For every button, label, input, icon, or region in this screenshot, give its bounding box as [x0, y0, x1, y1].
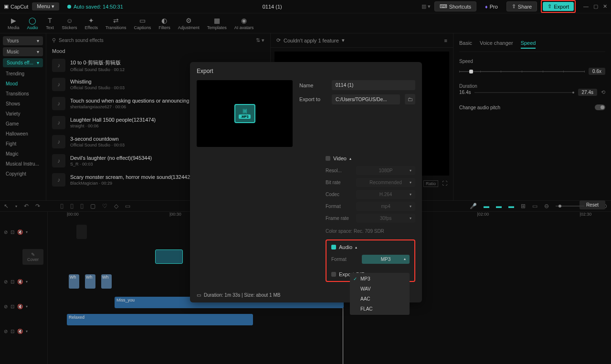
- preview-icon[interactable]: ▭: [532, 203, 537, 209]
- music-select[interactable]: Music▾: [3, 47, 43, 56]
- gif-checkbox[interactable]: [331, 272, 336, 277]
- snap-icon[interactable]: ⊞: [521, 203, 526, 209]
- reset-duration-icon[interactable]: ⟲: [601, 89, 605, 95]
- tool-stickers[interactable]: ☺Stickers: [58, 15, 81, 31]
- visible4-icon[interactable]: ⊡: [11, 329, 14, 334]
- tab-voice[interactable]: Voice changer: [480, 40, 513, 49]
- mute-icon[interactable]: 🔇: [17, 229, 23, 235]
- video-row-select[interactable]: 30fps: [356, 214, 415, 223]
- export-button[interactable]: ⇧ Export: [543, 2, 574, 11]
- video-row-select[interactable]: 1080P: [356, 166, 415, 175]
- video-clip[interactable]: [155, 250, 183, 264]
- mark2-icon[interactable]: ▬: [496, 203, 502, 209]
- visible-icon[interactable]: ⊡: [11, 229, 14, 235]
- tool-text[interactable]: TText: [42, 15, 58, 31]
- split2-icon[interactable]: ⌷: [70, 203, 74, 209]
- audio-clip-1[interactable]: Wh: [69, 274, 79, 289]
- sidebar-shows[interactable]: Shows: [3, 99, 43, 108]
- yours-select[interactable]: Yours▾: [3, 36, 43, 45]
- video-checkbox[interactable]: [326, 156, 330, 161]
- zoom-out-icon[interactable]: ⊖: [544, 203, 549, 209]
- duration-to[interactable]: 27.4s: [578, 89, 597, 96]
- sidebar-trending[interactable]: Trending: [3, 69, 43, 78]
- audio-format-select[interactable]: MP3: [362, 255, 410, 264]
- lock2-icon[interactable]: ⊘: [4, 279, 8, 284]
- sidebar-game[interactable]: Game: [3, 119, 43, 128]
- tool-audio[interactable]: ◯Audio: [23, 15, 42, 31]
- mute2-icon[interactable]: 🔇: [17, 279, 23, 284]
- lock3-icon[interactable]: ⊘: [4, 304, 8, 309]
- menu-icon[interactable]: ≡: [444, 38, 447, 43]
- reset-button[interactable]: Reset: [579, 200, 605, 209]
- tool-templates[interactable]: ▦Templates: [203, 15, 231, 31]
- tool-media[interactable]: ▶Media: [4, 15, 23, 31]
- audio-clip-2[interactable]: Wh: [85, 274, 95, 289]
- video-row-select[interactable]: Recommended: [356, 178, 415, 187]
- mic-icon[interactable]: 🎤: [470, 203, 477, 209]
- tool-captions[interactable]: ▭Captions: [130, 15, 155, 31]
- pointer-icon[interactable]: ↖: [4, 203, 9, 209]
- lock-icon[interactable]: ⊘: [4, 229, 8, 235]
- audio-clip-3[interactable]: Wh: [101, 274, 112, 289]
- delete-icon[interactable]: ▭: [125, 203, 130, 209]
- duration-slider[interactable]: [474, 92, 574, 93]
- video-row-select[interactable]: H.264: [356, 190, 415, 199]
- tab-basic[interactable]: Basic: [459, 40, 472, 49]
- minimize-icon[interactable]: —: [583, 3, 589, 10]
- tool-filters[interactable]: ◐Filters: [155, 15, 174, 31]
- ratio-button[interactable]: Ratio: [423, 180, 438, 187]
- audio-checkbox[interactable]: [331, 245, 336, 250]
- close-icon[interactable]: ✕: [603, 3, 607, 10]
- layout-icon[interactable]: ▥ ▾: [421, 3, 431, 10]
- visible2-icon[interactable]: ⊡: [11, 279, 14, 284]
- sidebar-variety[interactable]: Variety: [3, 109, 43, 118]
- sounds-select[interactable]: Sounds eff...▾: [3, 58, 43, 67]
- mute3-icon[interactable]: 🔇: [17, 304, 23, 309]
- tool-adjustment[interactable]: ⚙Adjustment: [174, 15, 203, 31]
- speed-slider[interactable]: [459, 71, 585, 72]
- pitch-toggle[interactable]: [595, 104, 605, 110]
- speed-value[interactable]: 0.6x: [589, 68, 605, 75]
- sidebar-magic[interactable]: Magic: [3, 149, 43, 158]
- video-row-select[interactable]: mp4: [356, 202, 415, 211]
- split3-icon[interactable]: ⌷: [80, 203, 84, 209]
- cover-button[interactable]: ✎ Cover: [22, 249, 43, 265]
- exportto-input[interactable]: [332, 94, 400, 104]
- zoom-slider[interactable]: [556, 206, 584, 207]
- visible3-icon[interactable]: ⊡: [11, 304, 14, 309]
- slider-handle[interactable]: [469, 70, 473, 73]
- placeholder-clip[interactable]: [76, 225, 87, 239]
- video-section-head[interactable]: Video ▴: [326, 151, 415, 166]
- chevron-down-icon[interactable]: ▾: [15, 204, 17, 208]
- mark1-icon[interactable]: ▬: [484, 203, 489, 209]
- option-mp3[interactable]: MP3: [350, 274, 410, 284]
- search-input[interactable]: [59, 38, 253, 43]
- mark3-icon[interactable]: ▬: [508, 203, 514, 209]
- tab-speed[interactable]: Speed: [521, 40, 536, 49]
- redo-icon[interactable]: ↷: [35, 203, 40, 209]
- maximize-icon[interactable]: ▢: [593, 3, 598, 10]
- sidebar-transitions[interactable]: Transitions: [3, 89, 43, 98]
- fullscreen-icon[interactable]: ⛶: [442, 180, 447, 187]
- audio-section-head[interactable]: Audio ▴: [331, 244, 410, 255]
- crop-icon[interactable]: ▢: [90, 203, 95, 209]
- lock4-icon[interactable]: ⊘: [4, 329, 8, 334]
- shortcuts-button[interactable]: ⌨ Shortcuts: [434, 1, 476, 11]
- share-button[interactable]: ⇪ Share: [506, 1, 537, 11]
- pro-button[interactable]: ♦ Pro: [480, 2, 503, 11]
- sidebar-fight[interactable]: Fight: [3, 139, 43, 148]
- audio-track-relaxed[interactable]: Relaxed: [67, 314, 253, 325]
- split-icon[interactable]: ⌷: [60, 203, 63, 209]
- name-input[interactable]: [332, 80, 415, 90]
- option-flac[interactable]: FLAC: [350, 304, 410, 314]
- sidebar-copyright[interactable]: Copyright: [3, 169, 43, 178]
- folder-button[interactable]: 🗀: [405, 94, 415, 104]
- undo-icon[interactable]: ↶: [24, 203, 29, 209]
- sort-icon[interactable]: ⇅ ▾: [256, 37, 264, 43]
- shield-icon[interactable]: ♡: [102, 203, 107, 209]
- sidebar-mood[interactable]: Mood: [3, 79, 43, 88]
- tool-effects[interactable]: ✦Effects: [81, 15, 102, 31]
- sidebar-instruments[interactable]: Musical Instru...: [3, 159, 43, 168]
- tool-transitions[interactable]: ⇄Transitions: [102, 15, 130, 31]
- refresh-icon[interactable]: ⟳: [276, 37, 281, 43]
